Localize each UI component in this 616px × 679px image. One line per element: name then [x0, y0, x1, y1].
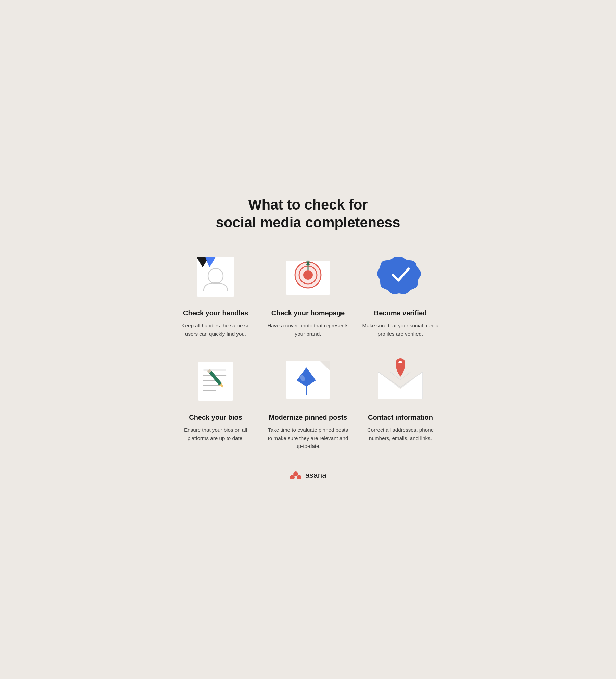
item-handles-desc: Keep all handles the same so users can q… — [175, 322, 257, 338]
icon-pinned — [274, 355, 342, 406]
item-bios-desc: Ensure that your bios on all platforms a… — [175, 426, 257, 442]
item-homepage-desc: Have a cover photo that represents your … — [267, 322, 349, 338]
svg-point-31 — [293, 471, 298, 476]
svg-point-32 — [290, 475, 295, 479]
icon-handles — [181, 250, 250, 302]
svg-point-33 — [297, 475, 301, 479]
item-pinned-title: Modernize pinned posts — [269, 413, 347, 422]
item-contact: Contact information Correct all addresse… — [359, 355, 441, 450]
item-handles-title: Check your handles — [183, 309, 248, 317]
svg-rect-13 — [198, 362, 233, 401]
icon-contact — [366, 355, 435, 406]
footer: asana — [175, 471, 441, 480]
icon-verified — [366, 250, 435, 302]
asana-logo-icon — [290, 471, 302, 479]
item-bios-title: Check your bios — [189, 413, 242, 422]
item-handles: Check your handles Keep all handles the … — [175, 250, 257, 338]
item-homepage-title: Check your homepage — [271, 309, 345, 317]
item-verified-desc: Make sure that your social media profile… — [359, 322, 441, 338]
item-contact-desc: Correct all addresses, phone numbers, em… — [359, 426, 441, 442]
item-bios: Check your bios Ensure that your bios on… — [175, 355, 257, 450]
page-title: What to check for social media completen… — [175, 196, 441, 231]
item-verified-title: Become verified — [374, 309, 427, 317]
svg-point-8 — [303, 270, 313, 280]
item-verified: Become verified Make sure that your soci… — [359, 250, 441, 338]
item-homepage: Check your homepage Have a cover photo t… — [267, 250, 349, 338]
item-pinned-desc: Take time to evaluate pinned posts to ma… — [267, 426, 349, 450]
item-pinned: Modernize pinned posts Take time to eval… — [267, 355, 349, 450]
icon-bios — [181, 355, 250, 406]
main-card: What to check for social media completen… — [154, 179, 462, 500]
item-contact-title: Contact information — [368, 413, 433, 422]
brand-name: asana — [305, 471, 326, 480]
items-grid: Check your handles Keep all handles the … — [175, 250, 441, 450]
icon-homepage — [274, 250, 342, 302]
